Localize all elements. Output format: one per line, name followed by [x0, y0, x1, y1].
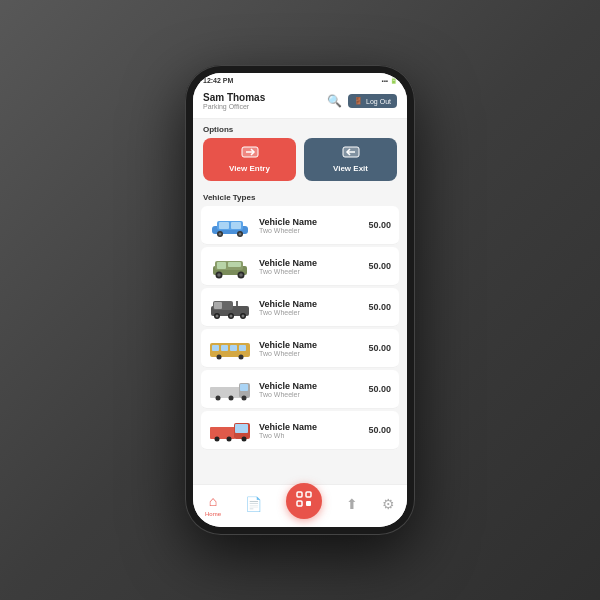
exit-icon — [342, 146, 360, 161]
vehicle-type: Two Wheeler — [259, 391, 360, 398]
svg-rect-22 — [214, 302, 222, 309]
vehicle-type: Two Wheeler — [259, 350, 360, 357]
list-item[interactable]: Vehicle Name Two Wh 50.00 — [201, 411, 399, 450]
svg-rect-51 — [297, 501, 302, 506]
svg-rect-32 — [221, 345, 228, 351]
svg-point-17 — [217, 273, 221, 277]
svg-rect-14 — [217, 262, 226, 269]
svg-point-35 — [217, 355, 222, 360]
entry-icon — [241, 146, 259, 161]
header-actions: 🔍 🚪 Log Out — [327, 94, 397, 108]
vehicle-price: 50.00 — [368, 425, 391, 435]
nav-scan-button[interactable] — [286, 483, 322, 519]
svg-point-42 — [242, 396, 247, 401]
vehicle-info: Vehicle Name Two Wheeler — [259, 258, 360, 275]
svg-rect-34 — [239, 345, 246, 351]
svg-rect-31 — [212, 345, 219, 351]
options-buttons: View Entry View Exit — [193, 138, 407, 189]
nav-upload[interactable]: ⬆ — [346, 496, 358, 514]
vehicle-image — [209, 294, 251, 320]
vehicle-price: 50.00 — [368, 302, 391, 312]
options-label: Options — [193, 119, 407, 138]
list-item[interactable]: Vehicle Name Two Wheeler 50.00 — [201, 370, 399, 409]
vehicle-name: Vehicle Name — [259, 340, 360, 350]
search-icon: 🔍 — [327, 94, 342, 108]
user-info: Sam Thomas Parking Officer — [203, 92, 265, 110]
vehicle-image — [209, 212, 251, 238]
svg-point-9 — [219, 233, 222, 236]
home-label: Home — [205, 511, 221, 517]
document-icon: 📄 — [245, 496, 262, 512]
status-bar: 12:42 PM ▪▪▪ 🔋 — [193, 73, 407, 86]
vehicle-name: Vehicle Name — [259, 422, 360, 432]
vehicle-image — [209, 335, 251, 361]
scan-icon — [295, 490, 313, 512]
nav-home[interactable]: ⌂ Home — [205, 493, 221, 517]
vehicle-image — [209, 253, 251, 279]
battery-icon: 🔋 — [390, 77, 397, 84]
view-entry-button[interactable]: View Entry — [203, 138, 296, 181]
svg-point-46 — [215, 437, 220, 442]
phone-screen: 12:42 PM ▪▪▪ 🔋 Sam Thomas Parking Office… — [193, 73, 407, 527]
search-button[interactable]: 🔍 — [327, 94, 342, 108]
vehicle-image — [209, 417, 251, 443]
vehicle-info: Vehicle Name Two Wh — [259, 422, 360, 439]
logout-button[interactable]: 🚪 Log Out — [348, 94, 397, 108]
status-time: 12:42 PM — [203, 77, 233, 84]
svg-point-48 — [242, 437, 247, 442]
svg-rect-50 — [306, 492, 311, 497]
phone-shell: 12:42 PM ▪▪▪ 🔋 Sam Thomas Parking Office… — [185, 65, 415, 535]
logout-label: Log Out — [366, 98, 391, 105]
list-item[interactable]: Vehicle Name Two Wheeler 50.00 — [201, 247, 399, 286]
home-icon: ⌂ — [209, 493, 217, 509]
svg-rect-37 — [210, 387, 240, 398]
vehicle-price: 50.00 — [368, 220, 391, 230]
bottom-nav: ⌂ Home 📄 ⬆ — [193, 484, 407, 527]
svg-point-36 — [239, 355, 244, 360]
svg-point-11 — [239, 233, 242, 236]
svg-point-28 — [242, 315, 245, 318]
vehicle-types-label: Vehicle Types — [193, 189, 407, 204]
nav-document[interactable]: 📄 — [245, 496, 262, 514]
user-name: Sam Thomas — [203, 92, 265, 103]
vehicle-price: 50.00 — [368, 261, 391, 271]
view-entry-label: View Entry — [229, 164, 270, 173]
svg-rect-43 — [210, 427, 235, 439]
list-item[interactable]: Vehicle Name Two Wheeler 50.00 — [201, 288, 399, 327]
vehicle-info: Vehicle Name Two Wheeler — [259, 217, 360, 234]
svg-rect-52 — [306, 501, 311, 506]
svg-rect-39 — [240, 384, 248, 391]
svg-point-41 — [229, 396, 234, 401]
view-exit-button[interactable]: View Exit — [304, 138, 397, 181]
status-icons: ▪▪▪ 🔋 — [382, 77, 397, 84]
vehicle-name: Vehicle Name — [259, 299, 360, 309]
svg-point-26 — [230, 315, 233, 318]
vehicle-info: Vehicle Name Two Wheeler — [259, 299, 360, 316]
svg-point-47 — [227, 437, 232, 442]
vehicle-info: Vehicle Name Two Wheeler — [259, 381, 360, 398]
vehicle-type: Two Wheeler — [259, 309, 360, 316]
svg-rect-6 — [219, 222, 229, 229]
vehicle-name: Vehicle Name — [259, 381, 360, 391]
svg-point-40 — [216, 396, 221, 401]
vehicle-type: Two Wheeler — [259, 268, 360, 275]
view-exit-label: View Exit — [333, 164, 368, 173]
vehicle-price: 50.00 — [368, 384, 391, 394]
logout-icon: 🚪 — [354, 97, 363, 105]
svg-rect-33 — [230, 345, 237, 351]
svg-point-24 — [216, 315, 219, 318]
nav-settings[interactable]: ⚙ — [382, 496, 395, 514]
vehicle-name: Vehicle Name — [259, 217, 360, 227]
vehicle-price: 50.00 — [368, 343, 391, 353]
vehicle-info: Vehicle Name Two Wheeler — [259, 340, 360, 357]
vehicle-type: Two Wh — [259, 432, 360, 439]
header: Sam Thomas Parking Officer 🔍 🚪 Log Out — [193, 86, 407, 119]
vehicle-image — [209, 376, 251, 402]
vehicle-name: Vehicle Name — [259, 258, 360, 268]
list-item[interactable]: Vehicle Name Two Wheeler 50.00 — [201, 329, 399, 368]
user-role: Parking Officer — [203, 103, 265, 110]
vehicle-list: Vehicle Name Two Wheeler 50.00 — [193, 204, 407, 484]
vehicle-type: Two Wheeler — [259, 227, 360, 234]
list-item[interactable]: Vehicle Name Two Wheeler 50.00 — [201, 206, 399, 245]
upload-icon: ⬆ — [346, 496, 358, 512]
